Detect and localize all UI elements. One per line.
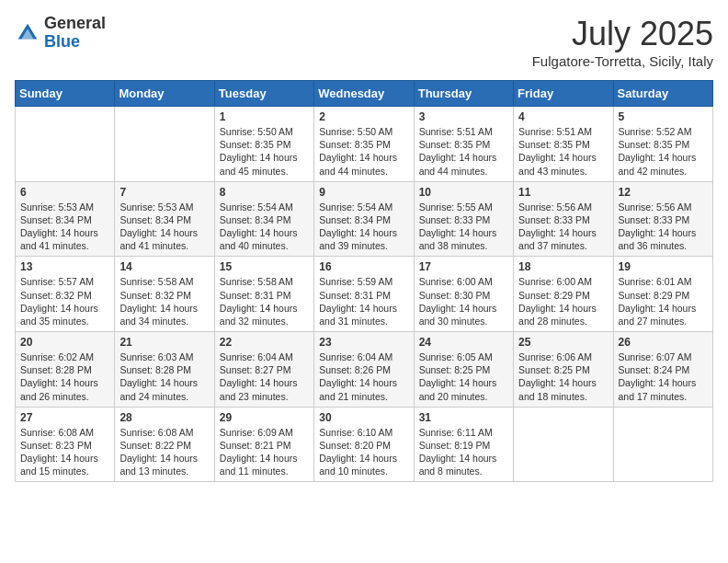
day-number: 10 — [419, 186, 508, 199]
day-cell-16: 16Sunrise: 5:59 AMSunset: 8:31 PMDayligh… — [314, 257, 414, 332]
page-header: General Blue July 2025 Fulgatore-Torrett… — [15, 15, 713, 69]
calendar-week-5: 27Sunrise: 6:08 AMSunset: 8:23 PMDayligh… — [16, 407, 713, 482]
day-number: 4 — [518, 110, 608, 123]
day-number: 25 — [518, 336, 608, 349]
day-number: 21 — [119, 336, 209, 349]
day-info: Sunrise: 6:00 AMSunset: 8:29 PMDaylight:… — [518, 275, 608, 327]
day-cell-7: 7Sunrise: 5:53 AMSunset: 8:34 PMDaylight… — [115, 181, 214, 257]
day-cell-5: 5Sunrise: 5:52 AMSunset: 8:35 PMDaylight… — [613, 107, 712, 182]
day-cell-4: 4Sunrise: 5:51 AMSunset: 8:35 PMDaylight… — [514, 107, 613, 182]
day-info: Sunrise: 5:50 AMSunset: 8:35 PMDaylight:… — [319, 125, 408, 178]
day-number: 20 — [20, 336, 109, 349]
calendar-table: SundayMondayTuesdayWednesdayThursdayFrid… — [15, 80, 713, 482]
header-day-friday: Friday — [514, 81, 613, 107]
day-cell-20: 20Sunrise: 6:02 AMSunset: 8:28 PMDayligh… — [16, 332, 115, 408]
header-day-saturday: Saturday — [613, 81, 712, 107]
day-info: Sunrise: 6:08 AMSunset: 8:23 PMDaylight:… — [20, 426, 109, 478]
day-number: 15 — [220, 260, 309, 273]
day-number: 29 — [220, 411, 309, 424]
calendar-week-1: 1Sunrise: 5:50 AMSunset: 8:35 PMDaylight… — [16, 107, 713, 182]
day-info: Sunrise: 5:54 AMSunset: 8:34 PMDaylight:… — [220, 201, 309, 253]
day-info: Sunrise: 5:57 AMSunset: 8:32 PMDaylight:… — [20, 275, 109, 327]
day-cell-21: 21Sunrise: 6:03 AMSunset: 8:28 PMDayligh… — [115, 332, 214, 408]
empty-cell — [16, 107, 115, 182]
day-info: Sunrise: 5:52 AMSunset: 8:35 PMDaylight:… — [619, 125, 708, 178]
day-number: 24 — [419, 336, 508, 349]
day-number: 12 — [619, 186, 708, 199]
logo-blue-text: Blue — [44, 32, 80, 51]
day-info: Sunrise: 5:54 AMSunset: 8:34 PMDaylight:… — [319, 201, 408, 253]
day-cell-2: 2Sunrise: 5:50 AMSunset: 8:35 PMDaylight… — [314, 107, 414, 182]
day-number: 14 — [119, 260, 209, 273]
calendar-week-3: 13Sunrise: 5:57 AMSunset: 8:32 PMDayligh… — [16, 257, 713, 332]
logo-general-text: General — [44, 14, 106, 32]
day-info: Sunrise: 5:51 AMSunset: 8:35 PMDaylight:… — [518, 125, 608, 178]
day-number: 19 — [619, 260, 708, 273]
day-number: 7 — [119, 186, 209, 199]
header-row: SundayMondayTuesdayWednesdayThursdayFrid… — [16, 81, 713, 107]
day-info: Sunrise: 6:06 AMSunset: 8:25 PMDaylight:… — [518, 350, 608, 403]
day-number: 6 — [20, 186, 109, 199]
day-info: Sunrise: 6:04 AMSunset: 8:27 PMDaylight:… — [220, 350, 309, 403]
day-cell-12: 12Sunrise: 5:56 AMSunset: 8:33 PMDayligh… — [613, 181, 712, 257]
day-number: 23 — [319, 336, 408, 349]
day-info: Sunrise: 6:01 AMSunset: 8:29 PMDaylight:… — [619, 275, 708, 327]
day-info: Sunrise: 6:00 AMSunset: 8:30 PMDaylight:… — [419, 275, 508, 327]
day-info: Sunrise: 6:08 AMSunset: 8:22 PMDaylight:… — [119, 426, 209, 478]
empty-cell — [115, 107, 214, 182]
empty-cell — [613, 407, 712, 482]
location: Fulgatore-Torretta, Sicily, Italy — [532, 53, 713, 69]
day-cell-30: 30Sunrise: 6:10 AMSunset: 8:20 PMDayligh… — [314, 407, 414, 482]
day-info: Sunrise: 5:53 AMSunset: 8:34 PMDaylight:… — [119, 201, 209, 253]
day-cell-24: 24Sunrise: 6:05 AMSunset: 8:25 PMDayligh… — [414, 332, 513, 408]
day-info: Sunrise: 6:11 AMSunset: 8:19 PMDaylight:… — [419, 426, 508, 478]
day-number: 8 — [220, 186, 309, 199]
day-cell-18: 18Sunrise: 6:00 AMSunset: 8:29 PMDayligh… — [514, 257, 613, 332]
day-number: 17 — [419, 260, 508, 273]
day-info: Sunrise: 6:07 AMSunset: 8:24 PMDaylight:… — [619, 350, 708, 403]
day-cell-8: 8Sunrise: 5:54 AMSunset: 8:34 PMDaylight… — [214, 181, 313, 257]
day-info: Sunrise: 6:10 AMSunset: 8:20 PMDaylight:… — [319, 426, 408, 478]
day-info: Sunrise: 5:58 AMSunset: 8:31 PMDaylight:… — [220, 275, 309, 327]
title-block: July 2025 Fulgatore-Torretta, Sicily, It… — [532, 15, 713, 69]
logo-icon — [15, 20, 40, 46]
day-cell-26: 26Sunrise: 6:07 AMSunset: 8:24 PMDayligh… — [613, 332, 712, 408]
day-number: 22 — [220, 336, 309, 349]
day-info: Sunrise: 6:02 AMSunset: 8:28 PMDaylight:… — [20, 350, 109, 403]
day-cell-9: 9Sunrise: 5:54 AMSunset: 8:34 PMDaylight… — [314, 181, 414, 257]
header-day-tuesday: Tuesday — [214, 81, 313, 107]
day-info: Sunrise: 5:53 AMSunset: 8:34 PMDaylight:… — [20, 201, 109, 253]
day-info: Sunrise: 6:04 AMSunset: 8:26 PMDaylight:… — [319, 350, 408, 403]
day-number: 27 — [20, 411, 109, 424]
day-cell-6: 6Sunrise: 5:53 AMSunset: 8:34 PMDaylight… — [16, 181, 115, 257]
day-cell-22: 22Sunrise: 6:04 AMSunset: 8:27 PMDayligh… — [214, 332, 313, 408]
day-cell-19: 19Sunrise: 6:01 AMSunset: 8:29 PMDayligh… — [613, 257, 712, 332]
day-cell-11: 11Sunrise: 5:56 AMSunset: 8:33 PMDayligh… — [514, 181, 613, 257]
day-number: 9 — [319, 186, 408, 199]
day-info: Sunrise: 5:56 AMSunset: 8:33 PMDaylight:… — [518, 201, 608, 253]
day-cell-10: 10Sunrise: 5:55 AMSunset: 8:33 PMDayligh… — [414, 181, 513, 257]
header-day-monday: Monday — [115, 81, 214, 107]
day-number: 3 — [419, 110, 508, 123]
day-info: Sunrise: 5:50 AMSunset: 8:35 PMDaylight:… — [220, 125, 309, 178]
day-number: 1 — [220, 110, 309, 123]
day-cell-15: 15Sunrise: 5:58 AMSunset: 8:31 PMDayligh… — [214, 257, 313, 332]
calendar-week-2: 6Sunrise: 5:53 AMSunset: 8:34 PMDaylight… — [16, 181, 713, 257]
day-number: 16 — [319, 260, 408, 273]
day-number: 26 — [619, 336, 708, 349]
day-info: Sunrise: 5:59 AMSunset: 8:31 PMDaylight:… — [319, 275, 408, 327]
day-number: 18 — [518, 260, 608, 273]
day-number: 31 — [419, 411, 508, 424]
day-cell-31: 31Sunrise: 6:11 AMSunset: 8:19 PMDayligh… — [414, 407, 513, 482]
month-title: July 2025 — [532, 15, 713, 53]
day-number: 13 — [20, 260, 109, 273]
day-info: Sunrise: 5:56 AMSunset: 8:33 PMDaylight:… — [619, 201, 708, 253]
day-number: 28 — [119, 411, 209, 424]
header-day-sunday: Sunday — [16, 81, 115, 107]
calendar-header: SundayMondayTuesdayWednesdayThursdayFrid… — [16, 81, 713, 107]
day-number: 2 — [319, 110, 408, 123]
day-info: Sunrise: 6:09 AMSunset: 8:21 PMDaylight:… — [220, 426, 309, 478]
day-cell-25: 25Sunrise: 6:06 AMSunset: 8:25 PMDayligh… — [514, 332, 613, 408]
day-number: 30 — [319, 411, 408, 424]
day-cell-17: 17Sunrise: 6:00 AMSunset: 8:30 PMDayligh… — [414, 257, 513, 332]
